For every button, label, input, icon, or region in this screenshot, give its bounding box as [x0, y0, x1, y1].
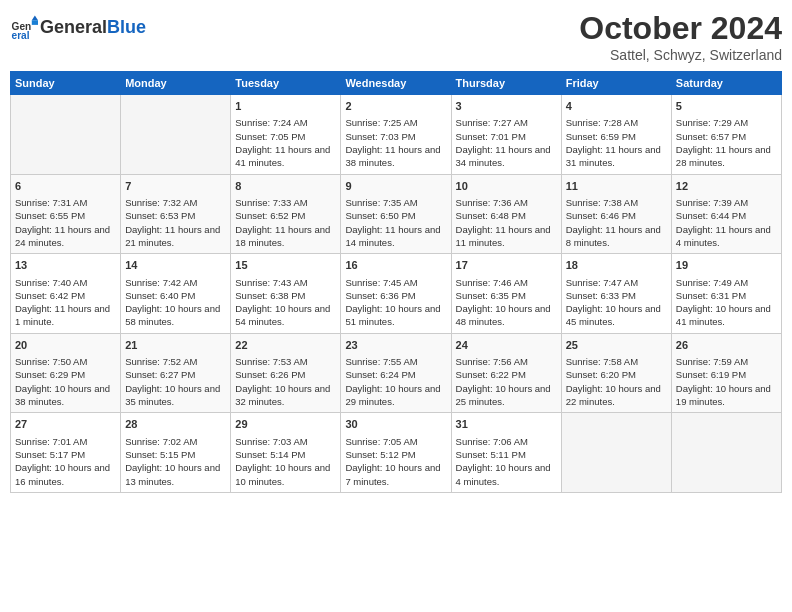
day-number: 4 — [566, 99, 667, 114]
title-block: October 2024 Sattel, Schwyz, Switzerland — [579, 10, 782, 63]
calendar-cell: 1Sunrise: 7:24 AM Sunset: 7:05 PM Daylig… — [231, 95, 341, 175]
calendar-cell: 25Sunrise: 7:58 AM Sunset: 6:20 PM Dayli… — [561, 333, 671, 413]
header-row: SundayMondayTuesdayWednesdayThursdayFrid… — [11, 72, 782, 95]
day-number: 14 — [125, 258, 226, 273]
calendar-table: SundayMondayTuesdayWednesdayThursdayFrid… — [10, 71, 782, 493]
day-info: Sunrise: 7:53 AM Sunset: 6:26 PM Dayligh… — [235, 355, 336, 408]
header-day: Friday — [561, 72, 671, 95]
calendar-cell: 10Sunrise: 7:36 AM Sunset: 6:48 PM Dayli… — [451, 174, 561, 254]
header-day: Saturday — [671, 72, 781, 95]
calendar-cell: 7Sunrise: 7:32 AM Sunset: 6:53 PM Daylig… — [121, 174, 231, 254]
day-number: 29 — [235, 417, 336, 432]
month-title: October 2024 — [579, 10, 782, 47]
day-number: 22 — [235, 338, 336, 353]
day-number: 7 — [125, 179, 226, 194]
logo-blue: Blue — [107, 17, 146, 37]
svg-text:eral: eral — [12, 30, 30, 41]
logo-general: General — [40, 17, 107, 37]
calendar-cell: 30Sunrise: 7:05 AM Sunset: 5:12 PM Dayli… — [341, 413, 451, 493]
header-day: Sunday — [11, 72, 121, 95]
logo-text: GeneralBlue — [40, 18, 146, 38]
day-info: Sunrise: 7:39 AM Sunset: 6:44 PM Dayligh… — [676, 196, 777, 249]
calendar-cell: 15Sunrise: 7:43 AM Sunset: 6:38 PM Dayli… — [231, 254, 341, 334]
day-number: 21 — [125, 338, 226, 353]
day-info: Sunrise: 7:32 AM Sunset: 6:53 PM Dayligh… — [125, 196, 226, 249]
day-info: Sunrise: 7:42 AM Sunset: 6:40 PM Dayligh… — [125, 276, 226, 329]
calendar-cell: 11Sunrise: 7:38 AM Sunset: 6:46 PM Dayli… — [561, 174, 671, 254]
day-info: Sunrise: 7:35 AM Sunset: 6:50 PM Dayligh… — [345, 196, 446, 249]
day-number: 15 — [235, 258, 336, 273]
calendar-cell: 16Sunrise: 7:45 AM Sunset: 6:36 PM Dayli… — [341, 254, 451, 334]
calendar-cell: 4Sunrise: 7:28 AM Sunset: 6:59 PM Daylig… — [561, 95, 671, 175]
calendar-cell: 12Sunrise: 7:39 AM Sunset: 6:44 PM Dayli… — [671, 174, 781, 254]
calendar-cell — [11, 95, 121, 175]
day-number: 28 — [125, 417, 226, 432]
day-info: Sunrise: 7:01 AM Sunset: 5:17 PM Dayligh… — [15, 435, 116, 488]
day-number: 23 — [345, 338, 446, 353]
calendar-cell: 6Sunrise: 7:31 AM Sunset: 6:55 PM Daylig… — [11, 174, 121, 254]
logo: Gen eral GeneralBlue — [10, 14, 146, 42]
day-number: 31 — [456, 417, 557, 432]
day-number: 6 — [15, 179, 116, 194]
day-info: Sunrise: 7:58 AM Sunset: 6:20 PM Dayligh… — [566, 355, 667, 408]
day-number: 26 — [676, 338, 777, 353]
day-number: 16 — [345, 258, 446, 273]
day-info: Sunrise: 7:29 AM Sunset: 6:57 PM Dayligh… — [676, 116, 777, 169]
day-number: 25 — [566, 338, 667, 353]
page-header: Gen eral GeneralBlue October 2024 Sattel… — [10, 10, 782, 63]
day-info: Sunrise: 7:55 AM Sunset: 6:24 PM Dayligh… — [345, 355, 446, 408]
calendar-cell: 29Sunrise: 7:03 AM Sunset: 5:14 PM Dayli… — [231, 413, 341, 493]
calendar-cell: 24Sunrise: 7:56 AM Sunset: 6:22 PM Dayli… — [451, 333, 561, 413]
day-number: 11 — [566, 179, 667, 194]
day-info: Sunrise: 7:52 AM Sunset: 6:27 PM Dayligh… — [125, 355, 226, 408]
header-day: Monday — [121, 72, 231, 95]
header-day: Thursday — [451, 72, 561, 95]
calendar-cell — [671, 413, 781, 493]
day-number: 12 — [676, 179, 777, 194]
calendar-cell — [561, 413, 671, 493]
calendar-row: 13Sunrise: 7:40 AM Sunset: 6:42 PM Dayli… — [11, 254, 782, 334]
calendar-cell: 31Sunrise: 7:06 AM Sunset: 5:11 PM Dayli… — [451, 413, 561, 493]
day-info: Sunrise: 7:31 AM Sunset: 6:55 PM Dayligh… — [15, 196, 116, 249]
calendar-cell: 19Sunrise: 7:49 AM Sunset: 6:31 PM Dayli… — [671, 254, 781, 334]
day-info: Sunrise: 7:56 AM Sunset: 6:22 PM Dayligh… — [456, 355, 557, 408]
svg-marker-3 — [32, 20, 38, 25]
calendar-body: 1Sunrise: 7:24 AM Sunset: 7:05 PM Daylig… — [11, 95, 782, 493]
day-number: 20 — [15, 338, 116, 353]
day-number: 27 — [15, 417, 116, 432]
day-number: 2 — [345, 99, 446, 114]
calendar-cell: 8Sunrise: 7:33 AM Sunset: 6:52 PM Daylig… — [231, 174, 341, 254]
logo-icon: Gen eral — [10, 14, 38, 42]
day-info: Sunrise: 7:33 AM Sunset: 6:52 PM Dayligh… — [235, 196, 336, 249]
day-info: Sunrise: 7:02 AM Sunset: 5:15 PM Dayligh… — [125, 435, 226, 488]
day-info: Sunrise: 7:36 AM Sunset: 6:48 PM Dayligh… — [456, 196, 557, 249]
calendar-row: 20Sunrise: 7:50 AM Sunset: 6:29 PM Dayli… — [11, 333, 782, 413]
day-info: Sunrise: 7:27 AM Sunset: 7:01 PM Dayligh… — [456, 116, 557, 169]
calendar-cell: 22Sunrise: 7:53 AM Sunset: 6:26 PM Dayli… — [231, 333, 341, 413]
day-info: Sunrise: 7:25 AM Sunset: 7:03 PM Dayligh… — [345, 116, 446, 169]
location: Sattel, Schwyz, Switzerland — [579, 47, 782, 63]
day-number: 3 — [456, 99, 557, 114]
day-number: 17 — [456, 258, 557, 273]
day-info: Sunrise: 7:46 AM Sunset: 6:35 PM Dayligh… — [456, 276, 557, 329]
day-info: Sunrise: 7:38 AM Sunset: 6:46 PM Dayligh… — [566, 196, 667, 249]
day-info: Sunrise: 7:24 AM Sunset: 7:05 PM Dayligh… — [235, 116, 336, 169]
header-day: Wednesday — [341, 72, 451, 95]
day-info: Sunrise: 7:49 AM Sunset: 6:31 PM Dayligh… — [676, 276, 777, 329]
day-info: Sunrise: 7:50 AM Sunset: 6:29 PM Dayligh… — [15, 355, 116, 408]
day-number: 10 — [456, 179, 557, 194]
day-number: 30 — [345, 417, 446, 432]
calendar-cell: 23Sunrise: 7:55 AM Sunset: 6:24 PM Dayli… — [341, 333, 451, 413]
calendar-cell: 3Sunrise: 7:27 AM Sunset: 7:01 PM Daylig… — [451, 95, 561, 175]
calendar-cell: 9Sunrise: 7:35 AM Sunset: 6:50 PM Daylig… — [341, 174, 451, 254]
calendar-header: SundayMondayTuesdayWednesdayThursdayFrid… — [11, 72, 782, 95]
day-number: 8 — [235, 179, 336, 194]
header-day: Tuesday — [231, 72, 341, 95]
svg-marker-2 — [32, 16, 38, 21]
day-info: Sunrise: 7:43 AM Sunset: 6:38 PM Dayligh… — [235, 276, 336, 329]
calendar-cell: 27Sunrise: 7:01 AM Sunset: 5:17 PM Dayli… — [11, 413, 121, 493]
day-number: 9 — [345, 179, 446, 194]
day-number: 18 — [566, 258, 667, 273]
day-number: 24 — [456, 338, 557, 353]
calendar-cell: 28Sunrise: 7:02 AM Sunset: 5:15 PM Dayli… — [121, 413, 231, 493]
